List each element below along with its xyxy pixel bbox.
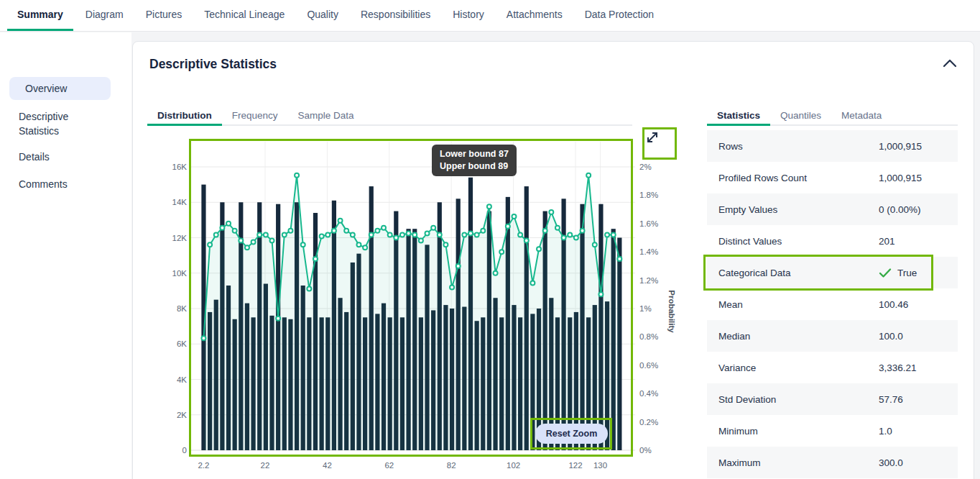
- stat-value: 100.0: [879, 331, 903, 342]
- svg-text:22: 22: [261, 461, 270, 470]
- top-tab-bar: SummaryDiagramPicturesTechnical LineageQ…: [0, 0, 980, 32]
- stat-label: Rows: [718, 141, 743, 152]
- expand-icon: [644, 129, 660, 145]
- stat-value-text: 1.0: [879, 426, 892, 437]
- svg-text:4K: 4K: [177, 375, 187, 384]
- stat-value-text: 1,000,915: [879, 173, 922, 183]
- stat-value-text: 57.76: [879, 394, 903, 405]
- stats-tabs: StatisticsQuantilesMetadata: [707, 106, 892, 126]
- stat-value: 1,000,915: [879, 141, 922, 152]
- svg-text:12K: 12K: [172, 234, 188, 242]
- svg-text:14K: 14K: [172, 198, 188, 206]
- stat-value-text: 100.46: [879, 299, 908, 310]
- chart-tooltip: Lower bound 87 Upper bound 89: [432, 145, 517, 176]
- svg-text:122: 122: [568, 461, 582, 470]
- nav-tab-data-protection[interactable]: Data Protection: [575, 0, 665, 31]
- tab-metadata[interactable]: Metadata: [831, 106, 892, 126]
- stat-row-rows: Rows1,000,915: [707, 130, 958, 162]
- stat-row-median: Median100.0: [707, 320, 958, 352]
- card-title: Descriptive Statistics: [149, 57, 277, 72]
- stat-value-text: 0 (0.00%): [879, 204, 921, 215]
- check-icon: [879, 268, 892, 278]
- svg-text:1.2%: 1.2%: [639, 276, 658, 285]
- expand-annotation-box: [642, 127, 677, 160]
- stat-row-variance: Variance3,336.21: [707, 352, 958, 383]
- stat-row-profiled-rows-count: Profiled Rows Count1,000,915: [707, 162, 958, 193]
- svg-text:1.4%: 1.4%: [639, 247, 658, 256]
- stat-value: 57.76: [879, 394, 903, 405]
- stat-label: Std Deviation: [718, 394, 776, 405]
- svg-text:10K: 10K: [172, 269, 188, 278]
- stat-value: 3,336.21: [879, 362, 917, 373]
- nav-tab-technical-lineage[interactable]: Technical Lineage: [194, 0, 295, 31]
- svg-text:0%: 0%: [639, 446, 652, 455]
- svg-text:0: 0: [182, 446, 187, 455]
- nav-tab-quality[interactable]: Quality: [297, 0, 348, 31]
- stat-label: Categorical Data: [718, 268, 791, 278]
- chevron-up-icon: [940, 56, 959, 72]
- svg-text:0.8%: 0.8%: [639, 332, 658, 341]
- stat-label: Median: [718, 331, 750, 342]
- nav-tab-diagram[interactable]: Diagram: [75, 0, 134, 31]
- stat-value-text: 300.0: [879, 457, 903, 468]
- nav-tab-summary[interactable]: Summary: [7, 0, 73, 31]
- svg-text:1.6%: 1.6%: [639, 219, 658, 228]
- stat-row-mean: Mean100.46: [707, 288, 958, 320]
- stat-value: 201: [879, 236, 895, 247]
- svg-text:0.4%: 0.4%: [639, 389, 658, 398]
- stat-value: 0 (0.00%): [879, 204, 921, 215]
- stat-value-text: 3,336.21: [879, 362, 917, 373]
- stat-value-text: 100.0: [879, 331, 903, 342]
- svg-text:1.8%: 1.8%: [639, 191, 658, 199]
- svg-text:0.6%: 0.6%: [639, 361, 658, 370]
- stat-row-maximum: Maximum300.0: [707, 447, 958, 478]
- stat-value: True: [879, 268, 917, 278]
- svg-text:Probability: Probability: [667, 290, 676, 333]
- svg-text:1%: 1%: [639, 304, 652, 313]
- stat-value: 100.46: [879, 299, 908, 310]
- stat-row-categorical-data: Categorical DataTrue: [707, 257, 958, 288]
- sidebar-item-overview[interactable]: Overview: [9, 77, 111, 100]
- sidebar: OverviewDescriptive StatisticsDetailsCom…: [0, 32, 131, 479]
- svg-text:2K: 2K: [177, 411, 187, 419]
- stat-label: Mean: [718, 299, 743, 310]
- svg-text:8K: 8K: [177, 304, 187, 313]
- svg-text:130: 130: [593, 461, 607, 470]
- svg-text:62: 62: [384, 461, 394, 470]
- svg-text:16K: 16K: [172, 163, 188, 171]
- sidebar-item-descriptive-statistics[interactable]: Descriptive Statistics: [19, 109, 105, 138]
- stat-value-text: 1,000,915: [879, 141, 922, 152]
- sidebar-item-comments[interactable]: Comments: [19, 177, 105, 191]
- stat-label: Empty Values: [718, 204, 777, 215]
- reset-zoom-button[interactable]: Reset Zoom: [535, 424, 608, 444]
- stat-label: Minimum: [718, 426, 758, 437]
- stat-label: Maximum: [718, 457, 761, 468]
- sidebar-item-details[interactable]: Details: [19, 150, 105, 164]
- svg-text:102: 102: [507, 461, 520, 470]
- tooltip-upper-bound: Upper bound 89: [440, 160, 509, 173]
- statistics-table: Rows1,000,915Profiled Rows Count1,000,91…: [707, 130, 958, 478]
- stat-value: 300.0: [879, 457, 903, 468]
- svg-text:2.2: 2.2: [198, 461, 209, 470]
- stat-label: Profiled Rows Count: [718, 173, 807, 183]
- stat-value: 1,000,915: [879, 173, 922, 183]
- svg-text:82: 82: [447, 461, 456, 470]
- stat-label: Variance: [718, 362, 756, 373]
- histogram-svg[interactable]: 02K4K6K8K10K12K14K16K0%0.2%0.4%0.6%0.8%1…: [148, 123, 694, 479]
- stat-value-text: 201: [879, 236, 895, 247]
- tooltip-lower-bound: Lower bound 87: [440, 148, 509, 160]
- stat-label: Distinct Values: [718, 236, 782, 247]
- nav-tab-pictures[interactable]: Pictures: [136, 0, 193, 31]
- svg-text:6K: 6K: [177, 339, 187, 348]
- tab-statistics[interactable]: Statistics: [707, 106, 770, 126]
- tab-quantiles[interactable]: Quantiles: [770, 106, 831, 126]
- svg-text:42: 42: [323, 461, 332, 470]
- stat-row-std-deviation: Std Deviation57.76: [707, 383, 958, 415]
- stat-value: 1.0: [879, 426, 892, 437]
- nav-tab-history[interactable]: History: [443, 0, 494, 31]
- svg-text:0.2%: 0.2%: [639, 418, 658, 426]
- collapse-section-button[interactable]: [940, 56, 959, 72]
- descriptive-statistics-card: Descriptive Statistics DistributionFrequ…: [132, 41, 974, 479]
- nav-tab-responsibilities[interactable]: Responsibilities: [351, 0, 440, 31]
- nav-tab-attachments[interactable]: Attachments: [496, 0, 573, 31]
